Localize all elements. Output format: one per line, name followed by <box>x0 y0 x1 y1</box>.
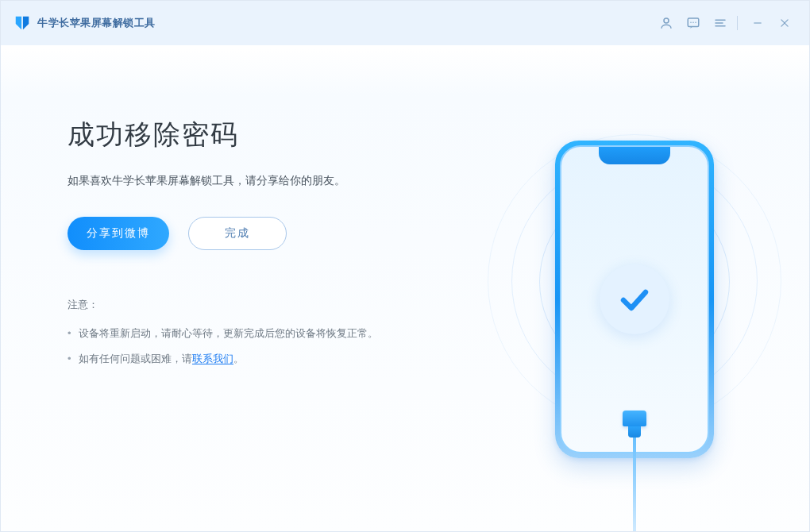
cable-icon <box>619 411 650 532</box>
phone-screen <box>560 145 709 453</box>
close-button[interactable] <box>773 11 796 35</box>
share-button[interactable]: 分享到微博 <box>68 217 169 250</box>
app-title: 牛学长苹果屏幕解锁工具 <box>37 16 156 30</box>
illustration-panel <box>492 93 777 532</box>
checkmark-icon <box>600 264 669 334</box>
share-button-label: 分享到微博 <box>87 226 150 241</box>
cable-neck-icon <box>628 426 641 438</box>
phone-illustration <box>492 141 777 532</box>
success-heading: 成功移除密码 <box>68 117 460 153</box>
svg-point-4 <box>695 22 696 24</box>
done-button[interactable]: 完成 <box>188 217 287 250</box>
svg-point-2 <box>690 22 692 24</box>
success-subtext: 如果喜欢牛学长苹果屏幕解锁工具，请分享给你的朋友。 <box>68 174 460 188</box>
app-logo-icon <box>14 14 31 32</box>
phone-frame-icon <box>555 141 714 458</box>
done-button-label: 完成 <box>225 226 250 241</box>
titlebar: 牛学长苹果屏幕解锁工具 <box>1 1 809 45</box>
menu-icon[interactable] <box>708 11 732 35</box>
notes-title: 注意： <box>68 298 460 312</box>
note-contact-prefix: 如有任何问题或困难，请 <box>79 353 192 364</box>
feedback-icon[interactable] <box>681 11 705 35</box>
contact-us-link[interactable]: 联系我们 <box>192 353 233 364</box>
content-area: 成功移除密码 如果喜欢牛学长苹果屏幕解锁工具，请分享给你的朋友。 分享到微博 完… <box>1 45 809 531</box>
minimize-button[interactable] <box>746 11 770 35</box>
cable-plug-icon <box>623 411 646 426</box>
note-contact-suffix: 。 <box>233 353 244 364</box>
button-row: 分享到微博 完成 <box>68 217 460 250</box>
divider <box>737 16 738 30</box>
svg-point-0 <box>664 18 669 23</box>
phone-notch-icon <box>599 147 670 164</box>
account-icon[interactable] <box>654 11 678 35</box>
cable-cord-icon <box>633 438 636 532</box>
svg-point-3 <box>692 22 694 24</box>
app-window: 牛学长苹果屏幕解锁工具 <box>0 0 810 532</box>
notes-list: 设备将重新启动，请耐心等待，更新完成后您的设备将恢复正常。 如有任何问题或困难，… <box>68 325 460 368</box>
note-item: 如有任何问题或困难，请联系我们。 <box>68 350 460 368</box>
left-panel: 成功移除密码 如果喜欢牛学长苹果屏幕解锁工具，请分享给你的朋友。 分享到微博 完… <box>68 93 460 531</box>
note-item: 设备将重新启动，请耐心等待，更新完成后您的设备将恢复正常。 <box>68 325 460 342</box>
